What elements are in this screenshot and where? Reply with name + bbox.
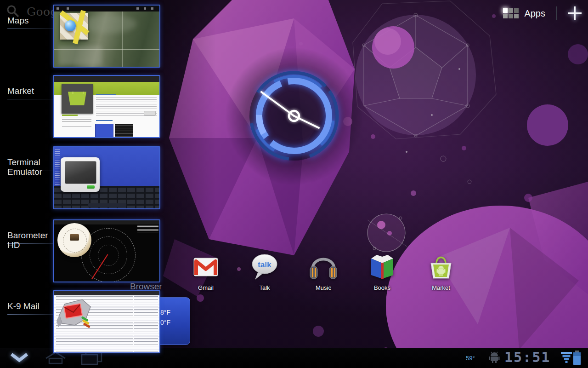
topbar-divider <box>556 6 557 20</box>
apps-button-label: Apps <box>524 8 545 19</box>
dock-item-books[interactable]: Books <box>364 252 401 291</box>
recents-thumbnail-k9mail[interactable] <box>53 290 160 353</box>
signal-icon <box>560 351 572 363</box>
maps-actionbar <box>54 6 160 12</box>
topbar-actions: Apps <box>503 6 582 21</box>
dock-label: Talk <box>246 284 283 291</box>
recents-label-barometer: Barometer HD <box>7 230 51 250</box>
recents-label-terminal: Terminal Emulator <box>7 157 51 177</box>
recents-thumbnail-market[interactable] <box>53 75 160 138</box>
status-clock[interactable]: 15:51 <box>504 349 550 365</box>
add-plus-icon[interactable] <box>568 6 582 20</box>
market-app-icon-tile <box>62 84 93 114</box>
dock-item-gmail[interactable]: Gmail <box>187 252 224 291</box>
recents-label-k9mail: K-9 Mail <box>7 301 51 311</box>
clock-widget[interactable] <box>243 64 345 167</box>
recents-underline <box>7 29 53 29</box>
recents-label-market: Market <box>7 86 51 96</box>
android-status-icon[interactable] <box>488 351 500 363</box>
apps-grid-icon <box>503 8 519 18</box>
dock-item-market[interactable]: Market <box>423 252 459 291</box>
back-chevron-icon[interactable] <box>8 352 30 363</box>
maps-pin-icon <box>65 20 76 31</box>
books-icon <box>368 252 397 282</box>
gmail-icon <box>191 252 220 282</box>
battery-icon <box>573 350 581 366</box>
dock-label: Gmail <box>187 284 224 291</box>
recents-thumbnail-terminal[interactable] <box>53 146 160 209</box>
dock-item-music[interactable]: Music <box>305 252 342 291</box>
android-home-recents-screen: Google Apps 8°F 0°F Browser <box>0 0 588 368</box>
status-temperature[interactable]: 59° <box>466 355 475 362</box>
apps-button[interactable]: Apps <box>503 8 545 19</box>
terminal-app-icon <box>61 157 100 192</box>
home-icon[interactable] <box>44 351 67 364</box>
dock-label: Market <box>423 284 459 291</box>
market-icon <box>426 252 456 282</box>
weather-low-temp: 0°F <box>160 319 170 326</box>
k9-app-icon <box>56 295 94 333</box>
market-bag-icon <box>68 89 86 105</box>
dock-label: Music <box>305 284 342 291</box>
recents-thumbnail-maps[interactable] <box>53 5 160 68</box>
maps-app-icon <box>60 13 88 40</box>
music-icon <box>309 252 338 282</box>
dock-item-talk[interactable]: talk Talk <box>246 252 283 291</box>
recents-label-maps: Maps <box>7 16 51 25</box>
talk-icon: talk <box>250 252 279 282</box>
svg-text:talk: talk <box>258 260 271 269</box>
barometer-app-icon <box>57 223 91 257</box>
recents-thumbnail-barometer[interactable] <box>53 219 160 282</box>
weather-high-temp: 8°F <box>160 309 170 316</box>
dock-label: Books <box>364 284 401 291</box>
